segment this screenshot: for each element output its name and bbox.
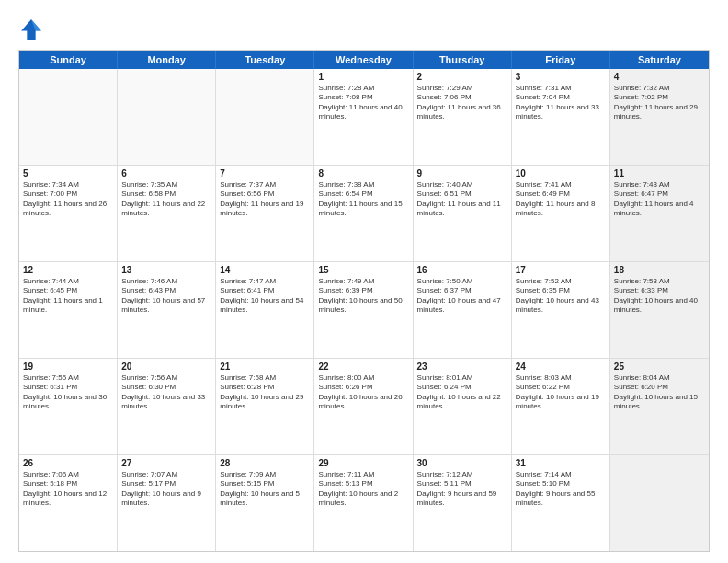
calendar-day-15: 15Sunrise: 7:49 AM Sunset: 6:39 PM Dayli… — [314, 262, 413, 358]
calendar-day-20: 20Sunrise: 7:56 AM Sunset: 6:30 PM Dayli… — [118, 359, 216, 454]
day-number: 15 — [318, 265, 408, 275]
day-info: Sunrise: 8:03 AM Sunset: 6:22 PM Dayligh… — [516, 373, 606, 412]
day-info: Sunrise: 7:34 AM Sunset: 7:00 PM Dayligh… — [23, 180, 113, 219]
calendar-day-29: 29Sunrise: 7:11 AM Sunset: 5:13 PM Dayli… — [314, 455, 413, 551]
weekday-header-friday: Friday — [512, 51, 610, 69]
day-number: 23 — [417, 362, 507, 372]
day-number: 20 — [121, 362, 211, 372]
day-number: 31 — [516, 458, 606, 468]
calendar-day-17: 17Sunrise: 7:52 AM Sunset: 6:35 PM Dayli… — [512, 262, 610, 358]
day-info: Sunrise: 7:41 AM Sunset: 6:49 PM Dayligh… — [516, 180, 606, 219]
calendar-day-14: 14Sunrise: 7:47 AM Sunset: 6:41 PM Dayli… — [216, 262, 314, 358]
calendar-day-21: 21Sunrise: 7:58 AM Sunset: 6:28 PM Dayli… — [216, 359, 314, 454]
day-info: Sunrise: 7:44 AM Sunset: 6:45 PM Dayligh… — [23, 277, 113, 316]
day-number: 10 — [516, 168, 606, 178]
day-number: 27 — [121, 458, 211, 468]
day-number: 19 — [23, 362, 113, 372]
day-info: Sunrise: 7:07 AM Sunset: 5:17 PM Dayligh… — [121, 470, 211, 509]
calendar-day-28: 28Sunrise: 7:09 AM Sunset: 5:15 PM Dayli… — [216, 455, 314, 551]
day-info: Sunrise: 7:31 AM Sunset: 7:04 PM Dayligh… — [516, 84, 606, 122]
logo — [18, 17, 48, 42]
day-number: 28 — [220, 458, 310, 468]
day-info: Sunrise: 7:40 AM Sunset: 6:51 PM Dayligh… — [417, 180, 507, 219]
calendar-day-11: 11Sunrise: 7:43 AM Sunset: 6:47 PM Dayli… — [610, 166, 709, 261]
calendar-day-6: 6Sunrise: 7:35 AM Sunset: 6:58 PM Daylig… — [118, 166, 216, 261]
day-number: 29 — [318, 458, 408, 468]
calendar-day-3: 3Sunrise: 7:31 AM Sunset: 7:04 PM Daylig… — [512, 69, 610, 165]
logo-icon — [18, 17, 44, 42]
day-info: Sunrise: 7:29 AM Sunset: 7:06 PM Dayligh… — [417, 84, 507, 122]
day-info: Sunrise: 7:37 AM Sunset: 6:56 PM Dayligh… — [220, 180, 310, 219]
calendar-day-27: 27Sunrise: 7:07 AM Sunset: 5:17 PM Dayli… — [118, 455, 216, 551]
day-number: 4 — [614, 72, 705, 82]
calendar-day-16: 16Sunrise: 7:50 AM Sunset: 6:37 PM Dayli… — [414, 262, 512, 358]
day-number: 14 — [220, 265, 310, 275]
calendar-body: 1Sunrise: 7:28 AM Sunset: 7:08 PM Daylig… — [19, 69, 709, 551]
day-number: 11 — [614, 168, 705, 178]
calendar-day-24: 24Sunrise: 8:03 AM Sunset: 6:22 PM Dayli… — [512, 359, 610, 454]
page: SundayMondayTuesdayWednesdayThursdayFrid… — [0, 0, 728, 563]
calendar-day-23: 23Sunrise: 8:01 AM Sunset: 6:24 PM Dayli… — [414, 359, 512, 454]
calendar-day-8: 8Sunrise: 7:38 AM Sunset: 6:54 PM Daylig… — [314, 166, 413, 261]
day-info: Sunrise: 7:11 AM Sunset: 5:13 PM Dayligh… — [318, 470, 408, 509]
day-info: Sunrise: 7:35 AM Sunset: 6:58 PM Dayligh… — [121, 180, 211, 219]
calendar-row-4: 26Sunrise: 7:06 AM Sunset: 5:18 PM Dayli… — [19, 454, 709, 551]
calendar-day-18: 18Sunrise: 7:53 AM Sunset: 6:33 PM Dayli… — [610, 262, 709, 358]
day-info: Sunrise: 8:01 AM Sunset: 6:24 PM Dayligh… — [417, 373, 507, 412]
weekday-header-saturday: Saturday — [610, 51, 709, 69]
day-number: 6 — [121, 168, 211, 178]
day-number: 17 — [516, 265, 606, 275]
day-info: Sunrise: 7:28 AM Sunset: 7:08 PM Dayligh… — [318, 84, 408, 122]
day-info: Sunrise: 7:52 AM Sunset: 6:35 PM Dayligh… — [516, 277, 606, 316]
day-number: 1 — [318, 72, 408, 82]
calendar-day-2: 2Sunrise: 7:29 AM Sunset: 7:06 PM Daylig… — [414, 69, 512, 165]
calendar-day-31: 31Sunrise: 7:14 AM Sunset: 5:10 PM Dayli… — [512, 455, 610, 551]
calendar-day-30: 30Sunrise: 7:12 AM Sunset: 5:11 PM Dayli… — [414, 455, 512, 551]
day-info: Sunrise: 7:50 AM Sunset: 6:37 PM Dayligh… — [417, 277, 507, 316]
day-number: 24 — [516, 362, 606, 372]
day-info: Sunrise: 8:00 AM Sunset: 6:26 PM Dayligh… — [318, 373, 408, 412]
calendar-header: SundayMondayTuesdayWednesdayThursdayFrid… — [19, 51, 709, 69]
day-number: 13 — [121, 265, 211, 275]
calendar-empty-cell — [610, 455, 709, 551]
day-number: 30 — [417, 458, 507, 468]
day-number: 2 — [417, 72, 507, 82]
calendar-row-2: 12Sunrise: 7:44 AM Sunset: 6:45 PM Dayli… — [19, 261, 709, 358]
calendar-empty-cell — [216, 69, 314, 165]
day-info: Sunrise: 7:14 AM Sunset: 5:10 PM Dayligh… — [516, 470, 606, 509]
day-info: Sunrise: 7:55 AM Sunset: 6:31 PM Dayligh… — [23, 373, 113, 412]
day-info: Sunrise: 7:09 AM Sunset: 5:15 PM Dayligh… — [220, 470, 310, 509]
calendar-day-5: 5Sunrise: 7:34 AM Sunset: 7:00 PM Daylig… — [19, 166, 118, 261]
day-number: 5 — [23, 168, 113, 178]
calendar-day-1: 1Sunrise: 7:28 AM Sunset: 7:08 PM Daylig… — [314, 69, 413, 165]
day-number: 12 — [23, 265, 113, 275]
calendar-day-25: 25Sunrise: 8:04 AM Sunset: 6:20 PM Dayli… — [610, 359, 709, 454]
weekday-header-monday: Monday — [118, 51, 216, 69]
day-number: 25 — [614, 362, 705, 372]
calendar-day-22: 22Sunrise: 8:00 AM Sunset: 6:26 PM Dayli… — [314, 359, 413, 454]
day-info: Sunrise: 7:56 AM Sunset: 6:30 PM Dayligh… — [121, 373, 211, 412]
header — [18, 17, 710, 42]
calendar-day-13: 13Sunrise: 7:46 AM Sunset: 6:43 PM Dayli… — [118, 262, 216, 358]
calendar-row-3: 19Sunrise: 7:55 AM Sunset: 6:31 PM Dayli… — [19, 358, 709, 454]
calendar-day-9: 9Sunrise: 7:40 AM Sunset: 6:51 PM Daylig… — [414, 166, 512, 261]
day-info: Sunrise: 7:46 AM Sunset: 6:43 PM Dayligh… — [121, 277, 211, 316]
day-number: 26 — [23, 458, 113, 468]
calendar-day-4: 4Sunrise: 7:32 AM Sunset: 7:02 PM Daylig… — [610, 69, 709, 165]
weekday-header-thursday: Thursday — [414, 51, 512, 69]
day-number: 3 — [516, 72, 606, 82]
calendar-day-10: 10Sunrise: 7:41 AM Sunset: 6:49 PM Dayli… — [512, 166, 610, 261]
weekday-header-tuesday: Tuesday — [216, 51, 314, 69]
calendar-row-1: 5Sunrise: 7:34 AM Sunset: 7:00 PM Daylig… — [19, 165, 709, 261]
day-info: Sunrise: 7:43 AM Sunset: 6:47 PM Dayligh… — [614, 180, 705, 219]
calendar-row-0: 1Sunrise: 7:28 AM Sunset: 7:08 PM Daylig… — [19, 69, 709, 165]
day-info: Sunrise: 7:49 AM Sunset: 6:39 PM Dayligh… — [318, 277, 408, 316]
calendar-day-7: 7Sunrise: 7:37 AM Sunset: 6:56 PM Daylig… — [216, 166, 314, 261]
day-number: 18 — [614, 265, 705, 275]
day-info: Sunrise: 7:58 AM Sunset: 6:28 PM Dayligh… — [220, 373, 310, 412]
day-info: Sunrise: 7:47 AM Sunset: 6:41 PM Dayligh… — [220, 277, 310, 316]
calendar-day-26: 26Sunrise: 7:06 AM Sunset: 5:18 PM Dayli… — [19, 455, 118, 551]
day-info: Sunrise: 7:32 AM Sunset: 7:02 PM Dayligh… — [614, 84, 705, 122]
weekday-header-wednesday: Wednesday — [314, 51, 413, 69]
day-info: Sunrise: 8:04 AM Sunset: 6:20 PM Dayligh… — [614, 373, 705, 412]
